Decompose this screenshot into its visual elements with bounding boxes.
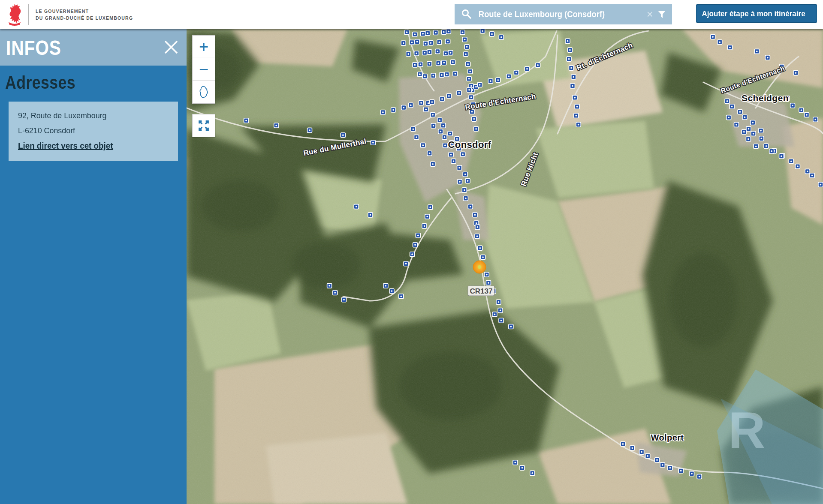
- address-marker[interactable]: [793, 71, 798, 75]
- add-to-itinerary-button[interactable]: Ajouter étape à mon itinéraire: [696, 4, 817, 23]
- address-marker[interactable]: [422, 224, 427, 228]
- address-marker[interactable]: [473, 213, 477, 217]
- address-marker[interactable]: [425, 214, 430, 219]
- address-marker[interactable]: [711, 35, 715, 39]
- address-marker[interactable]: [765, 55, 770, 60]
- country-overview-button[interactable]: [192, 81, 215, 104]
- address-marker[interactable]: [484, 272, 489, 277]
- address-marker[interactable]: [404, 261, 408, 266]
- address-marker[interactable]: [486, 280, 491, 285]
- address-marker[interactable]: [734, 122, 739, 127]
- address-marker[interactable]: [738, 110, 742, 114]
- address-marker[interactable]: [467, 87, 472, 92]
- search-bar[interactable]: ×: [455, 4, 672, 24]
- address-marker[interactable]: [413, 243, 418, 247]
- address-marker[interactable]: [475, 225, 480, 229]
- address-marker[interactable]: [431, 73, 436, 78]
- address-marker[interactable]: [639, 450, 644, 454]
- address-marker[interactable]: [422, 74, 427, 79]
- address-marker[interactable]: [790, 103, 795, 108]
- address-marker[interactable]: [751, 131, 756, 136]
- address-marker[interactable]: [496, 300, 501, 304]
- address-marker[interactable]: [576, 122, 581, 127]
- address-marker[interactable]: [525, 66, 529, 71]
- search-input[interactable]: [478, 9, 632, 20]
- address-marker[interactable]: [431, 123, 436, 128]
- address-marker[interactable]: [506, 74, 511, 79]
- address-marker[interactable]: [509, 324, 513, 329]
- address-marker[interactable]: [274, 123, 279, 128]
- address-marker[interactable]: [754, 144, 758, 149]
- address-marker[interactable]: [520, 465, 525, 470]
- address-marker[interactable]: [461, 152, 465, 156]
- address-marker[interactable]: [425, 31, 430, 36]
- address-marker[interactable]: [751, 120, 755, 125]
- address-marker[interactable]: [478, 246, 482, 250]
- address-marker[interactable]: [725, 99, 730, 104]
- address-marker[interactable]: [427, 50, 432, 54]
- address-marker[interactable]: [463, 172, 467, 177]
- address-marker[interactable]: [411, 127, 416, 132]
- address-marker[interactable]: [410, 40, 414, 45]
- address-marker[interactable]: [498, 308, 503, 313]
- address-marker[interactable]: [630, 446, 635, 450]
- address-marker[interactable]: [439, 73, 444, 78]
- address-marker[interactable]: [569, 66, 573, 70]
- address-marker[interactable]: [460, 30, 465, 35]
- address-marker[interactable]: [463, 196, 468, 201]
- address-marker[interactable]: [536, 63, 540, 68]
- address-marker[interactable]: [795, 164, 800, 169]
- address-marker[interactable]: [434, 30, 438, 35]
- address-marker[interactable]: [727, 115, 731, 120]
- address-marker[interactable]: [475, 234, 479, 239]
- address-marker[interactable]: [678, 468, 683, 473]
- address-marker[interactable]: [441, 30, 446, 34]
- address-marker[interactable]: [499, 35, 503, 39]
- address-marker[interactable]: [436, 61, 441, 66]
- address-marker[interactable]: [530, 471, 535, 475]
- address-marker[interactable]: [789, 159, 793, 164]
- address-marker[interactable]: [442, 135, 447, 140]
- address-marker[interactable]: [813, 117, 818, 122]
- address-marker[interactable]: [451, 60, 455, 64]
- address-marker[interactable]: [467, 76, 471, 81]
- address-marker[interactable]: [567, 48, 572, 52]
- address-marker[interactable]: [496, 78, 500, 82]
- address-marker[interactable]: [465, 179, 470, 183]
- address-marker[interactable]: [440, 97, 444, 102]
- address-marker[interactable]: [492, 312, 497, 317]
- address-marker[interactable]: [413, 32, 417, 37]
- address-marker[interactable]: [730, 104, 734, 109]
- address-marker[interactable]: [575, 104, 579, 109]
- address-marker[interactable]: [417, 72, 422, 77]
- address-marker[interactable]: [415, 39, 419, 44]
- address-marker[interactable]: [399, 294, 404, 299]
- address-marker[interactable]: [428, 41, 433, 45]
- address-marker[interactable]: [430, 100, 434, 105]
- address-marker[interactable]: [410, 252, 415, 257]
- address-marker[interactable]: [443, 143, 448, 148]
- address-marker[interactable]: [668, 465, 672, 470]
- address-marker[interactable]: [477, 82, 482, 87]
- address-marker[interactable]: [448, 51, 453, 55]
- address-marker[interactable]: [805, 112, 809, 117]
- direct-object-link[interactable]: Lien direct vers cet objet: [18, 141, 113, 151]
- address-marker[interactable]: [754, 49, 759, 54]
- address-marker[interactable]: [371, 140, 375, 145]
- address-marker[interactable]: [472, 117, 476, 121]
- map-viewport[interactable]: R CR137Route d'EchternachRt. d'Echternac…: [187, 29, 823, 504]
- address-marker[interactable]: [389, 289, 394, 294]
- address-marker[interactable]: [421, 143, 425, 147]
- address-marker[interactable]: [408, 103, 413, 108]
- address-marker[interactable]: [818, 182, 823, 187]
- address-marker[interactable]: [391, 108, 396, 112]
- address-marker[interactable]: [697, 474, 702, 479]
- clear-search-icon[interactable]: ×: [647, 9, 653, 20]
- address-marker[interactable]: [446, 93, 451, 98]
- fullscreen-button[interactable]: [192, 114, 215, 137]
- address-marker[interactable]: [799, 108, 804, 113]
- address-marker[interactable]: [810, 173, 814, 178]
- address-marker[interactable]: [490, 32, 494, 36]
- address-marker[interactable]: [779, 154, 784, 159]
- address-marker[interactable]: [468, 204, 473, 209]
